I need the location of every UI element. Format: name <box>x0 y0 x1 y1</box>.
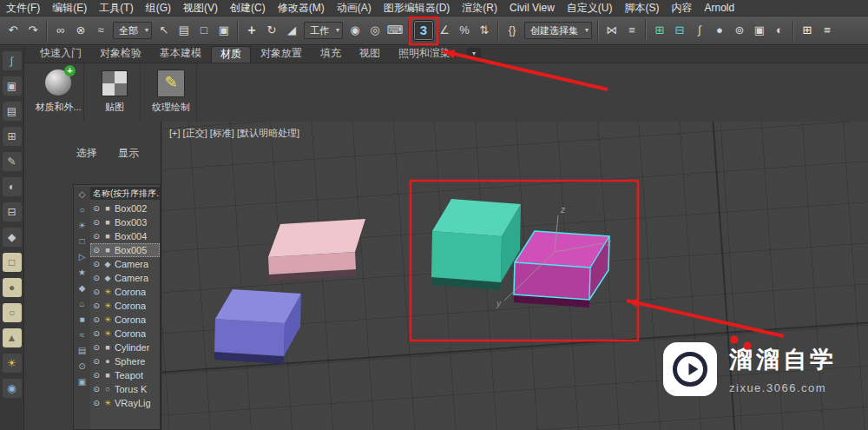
visibility-eye-icon[interactable]: ⊙ <box>92 260 101 268</box>
menu-item[interactable]: 图形编辑器(D) <box>378 0 457 16</box>
spinner-snap-icon[interactable]: ⇅ <box>475 21 494 40</box>
menu-item[interactable]: 编辑(E) <box>46 0 93 16</box>
ribbon-tab[interactable]: 照明和渲染 <box>390 46 459 63</box>
mirror-icon[interactable]: ⋈ <box>602 21 621 40</box>
texture-paint-button[interactable]: ✎ 纹理绘制 <box>146 63 197 122</box>
menu-item[interactable]: Arnold <box>698 0 740 16</box>
scene-object-row[interactable]: ⊙ ☀ VRayLig <box>90 396 160 410</box>
ribbon-more-dropdown[interactable]: ▾ <box>467 48 481 60</box>
rectangular-selection-icon[interactable]: □ <box>194 21 214 40</box>
ribbon-tab[interactable]: 快速入门 <box>31 46 90 63</box>
ribbon-tab[interactable]: 材质 <box>211 46 251 63</box>
filter-sphere-icon[interactable]: ⊙ <box>76 361 88 372</box>
explorer-sort-header[interactable]: 名称(按升序排序... <box>90 187 160 200</box>
filter-all-icon[interactable]: ◇ <box>76 189 88 200</box>
scene-object-row[interactable]: ⊙ ☀ Corona <box>90 299 160 313</box>
filter-list-icon[interactable]: ▤ <box>76 345 88 356</box>
visibility-eye-icon[interactable]: ⊙ <box>92 301 101 310</box>
eye-icon[interactable]: ◉ <box>3 379 22 398</box>
render-setup-icon[interactable]: ⊚ <box>730 21 749 40</box>
visibility-eye-icon[interactable]: ⊙ <box>92 329 101 338</box>
filter-grid-icon[interactable]: ▣ <box>76 376 88 387</box>
select-and-link-icon[interactable]: ∞ <box>51 21 70 40</box>
select-and-place-icon[interactable]: ◎ <box>365 21 385 40</box>
box-pink[interactable] <box>268 219 365 281</box>
scene-object-row[interactable]: ⊙ ■ Box004 <box>90 229 160 243</box>
scene-object-row[interactable]: ⊙ ■ Box002 <box>90 202 160 215</box>
filter-shape-icon[interactable]: ★ <box>76 267 88 278</box>
percent-snap-icon[interactable]: % <box>455 21 474 40</box>
visibility-eye-icon[interactable]: ⊙ <box>92 218 101 227</box>
scene-object-row[interactable]: ⊙ ◆ Camera <box>90 257 160 271</box>
filter-geometry-icon[interactable]: ○ <box>76 204 88 215</box>
sun-light-icon[interactable]: ☀ <box>3 354 22 373</box>
edit-named-sets-icon[interactable]: {} <box>503 21 522 40</box>
visibility-eye-icon[interactable]: ⊙ <box>92 371 101 380</box>
scene-object-row[interactable]: ⊙ ☀ Corona <box>90 327 160 341</box>
select-and-rotate-icon[interactable]: ↻ <box>262 21 281 40</box>
ribbon-tab[interactable]: 对象放置 <box>252 46 311 63</box>
snap-3d-button[interactable]: 3 <box>413 20 434 41</box>
filter-hidden-icon[interactable]: ≈ <box>76 329 88 341</box>
primitive-circle-icon[interactable]: ○ <box>3 303 22 322</box>
render-icon[interactable]: ◐ <box>770 21 789 40</box>
menu-item[interactable]: 脚本(S) <box>618 0 665 16</box>
box-purple[interactable] <box>214 289 301 364</box>
scene-object-row[interactable]: ⊙ ■ Box003 <box>90 215 160 229</box>
grid-tool-icon[interactable]: ⊞ <box>3 127 22 146</box>
layer-manager-icon[interactable]: ⊟ <box>670 21 689 40</box>
scene-object-row[interactable]: ⊙ ● Sphere <box>90 354 160 368</box>
select-and-scale-icon[interactable]: ◢ <box>282 21 301 40</box>
menu-item[interactable]: 修改器(M) <box>272 0 331 16</box>
ribbon-tab[interactable]: 对象检验 <box>91 46 150 63</box>
scene-explorer-toggle-icon[interactable]: ⊞ <box>650 21 669 40</box>
shade-tool-icon[interactable]: ◐ <box>3 177 22 196</box>
named-selection-set-dropdown[interactable]: 创建选择集 <box>524 22 592 39</box>
visibility-eye-icon[interactable]: ⊙ <box>92 204 101 213</box>
explorer-tab[interactable]: 显示 <box>118 146 139 161</box>
menu-item[interactable]: 内容 <box>665 0 698 16</box>
scene-object-row[interactable]: ⊙ ○ Torus K <box>90 382 160 396</box>
menu-item[interactable]: 组(G) <box>140 0 177 16</box>
scene-object-row[interactable]: ⊙ ■ Cylinder <box>90 341 160 354</box>
visibility-eye-icon[interactable]: ⊙ <box>92 274 101 282</box>
viewport-label[interactable]: [+] [正交] [标准] [默认明暗处理] <box>169 127 299 140</box>
ribbon-tab[interactable]: 填充 <box>312 46 350 63</box>
scene-object-row[interactable]: ⊙ ■ Teapot <box>90 368 160 382</box>
visibility-eye-icon[interactable]: ⊙ <box>92 399 101 407</box>
swatch-tool-icon[interactable]: ▣ <box>3 76 22 96</box>
list-tool-icon[interactable]: ▤ <box>3 102 22 121</box>
visibility-eye-icon[interactable]: ⊙ <box>92 232 101 241</box>
menu-item[interactable]: 动画(A) <box>331 0 378 16</box>
primitive-sphere-icon[interactable]: ● <box>3 278 22 297</box>
diamond-tool-icon[interactable]: ◆ <box>3 228 22 247</box>
scene-object-row[interactable]: ⊙ ☀ Corona <box>90 285 160 299</box>
scene-object-row[interactable]: ⊙ ■ Box005 <box>90 243 160 257</box>
selection-filter-dropdown[interactable]: 全部 <box>113 22 152 39</box>
reference-coordinate-dropdown[interactable]: 工作 <box>304 22 343 39</box>
visibility-eye-icon[interactable]: ⊙ <box>92 288 101 296</box>
box-magenta-selected[interactable] <box>514 231 609 308</box>
select-by-name-icon[interactable]: ▤ <box>174 21 194 40</box>
filter-frozen-icon[interactable]: ■ <box>76 314 88 325</box>
visibility-eye-icon[interactable]: ⊙ <box>92 343 101 352</box>
undo-button[interactable]: ↶ <box>3 21 23 40</box>
ribbon-tab[interactable]: 基本建模 <box>151 46 210 63</box>
explorer-tab[interactable]: 选择 <box>76 146 97 161</box>
visibility-eye-icon[interactable]: ⊙ <box>92 357 101 366</box>
grid-view-icon[interactable]: ⊞ <box>798 21 817 40</box>
render-frame-icon[interactable]: ▣ <box>750 21 769 40</box>
visibility-eye-icon[interactable]: ⊙ <box>92 246 101 255</box>
layers-stack-icon[interactable]: ≡ <box>818 21 837 40</box>
layer-tool-icon[interactable]: ⊟ <box>3 202 22 222</box>
map-button[interactable]: 贴图 <box>89 63 141 122</box>
menu-item[interactable]: 渲染(R) <box>456 0 503 16</box>
select-and-move-icon[interactable]: + <box>242 21 261 40</box>
align-icon[interactable]: ≡ <box>622 21 641 40</box>
ribbon-tab[interactable]: 视图 <box>351 46 389 63</box>
menu-item[interactable]: 视图(V) <box>177 0 224 16</box>
unlink-selection-icon[interactable]: ⊗ <box>71 21 90 40</box>
primitive-box-icon[interactable]: □ <box>3 253 22 272</box>
menu-item[interactable]: 创建(C) <box>224 0 272 16</box>
scene-object-row[interactable]: ⊙ ☀ Corona <box>90 313 160 327</box>
